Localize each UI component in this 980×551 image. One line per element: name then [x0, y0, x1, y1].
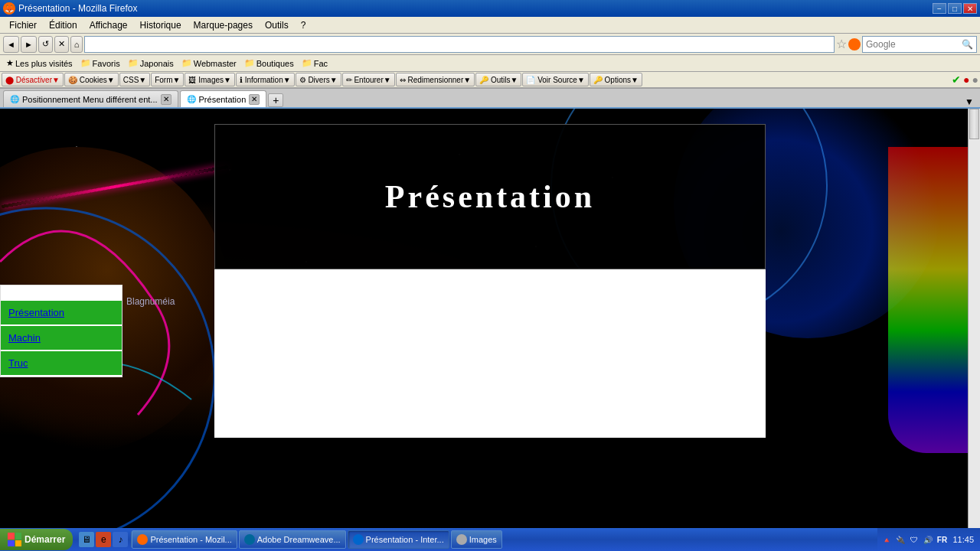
taskbar-item-internet-explorer[interactable]: Présentation - Inter... [348, 530, 449, 533]
tab-label-1: Positionnement Menu différent ent... [22, 95, 158, 104]
bookmark-les-plus-visites[interactable]: ★ Les plus visités [3, 58, 76, 68]
bg-rainbow [888, 147, 980, 453]
quick-media-icon[interactable]: ♪ [113, 532, 128, 533]
tab-bar: 🌐 Positionnement Menu différent ent... ✕… [0, 89, 980, 109]
content-area: Présentation Présentation Machin Truc Bl… [0, 109, 980, 533]
tab-close-2[interactable]: ✕ [249, 94, 260, 105]
folder-icon-3: 📁 [181, 58, 192, 68]
menu-help[interactable]: ? [295, 18, 312, 32]
quick-ie-icon[interactable]: e [96, 532, 111, 533]
devbar-redimensionner[interactable]: ⇔ Redimensionner▼ [396, 73, 475, 86]
tab-positioning[interactable]: 🌐 Positionnement Menu différent ent... ✕ [3, 90, 178, 107]
forward-button[interactable]: ► [21, 36, 37, 53]
google-icon [848, 38, 861, 51]
minimize-button[interactable]: − [933, 3, 946, 14]
search-box[interactable]: 🔍 [862, 36, 977, 53]
quick-launch: 🖥 e ♪ [76, 532, 132, 533]
blagnum-text: Blagnuméia [126, 296, 175, 307]
title-bar-left: 🦊 Présentation - Mozilla Firefox [3, 2, 137, 15]
devbar-outils[interactable]: 🔑 Outils▼ [475, 73, 521, 86]
nav-menu-spacer [1, 285, 122, 301]
firefox-icon: 🦊 [3, 2, 15, 15]
search-icon[interactable]: 🔍 [962, 39, 973, 50]
devbar-voir-source[interactable]: 📄 Voir Source▼ [522, 73, 588, 86]
start-button[interactable]: Démarrer [0, 529, 73, 533]
page-header: Présentation [214, 124, 766, 269]
tab-bar-right: ▼ [962, 96, 977, 107]
bookmark-favoris[interactable]: 📁 Favoris [77, 58, 123, 68]
menu-marquepages[interactable]: Marque-pages [188, 18, 259, 32]
devbar-css[interactable]: CSS▼ [119, 73, 150, 86]
tab-favicon-2: 🌐 [187, 95, 196, 103]
bookmark-boutiques[interactable]: 📁 Boutiques [241, 58, 297, 68]
nav-menu-presentation[interactable]: Présentation [1, 301, 122, 326]
nav-menu: Présentation Machin Truc [0, 285, 122, 377]
address-bar[interactable]: file:///C:/Users/Geoffrey/Desktop/Sitepo… [84, 36, 835, 53]
nav-menu-truc[interactable]: Truc [1, 351, 122, 377]
menu-historique[interactable]: Historique [134, 18, 188, 32]
tab-favicon-1: 🌐 [10, 95, 19, 103]
folder-icon: 📁 [80, 58, 91, 68]
reload-button[interactable]: ↺ [38, 36, 53, 53]
back-button[interactable]: ◄ [3, 36, 19, 53]
folder-icon-2: 📁 [128, 58, 139, 68]
nav-bar: ◄ ► ↺ ✕ ⌂ file:///C:/Users/Geoffrey/Desk… [0, 34, 980, 55]
scrollbar[interactable] [968, 109, 980, 533]
stop-button[interactable]: ✕ [54, 36, 69, 53]
taskbar-items: Présentation - Mozil... Adobe Dreamweave… [132, 530, 877, 533]
menu-bar: Fichier Édition Affichage Historique Mar… [0, 17, 980, 34]
search-input[interactable] [866, 39, 962, 50]
taskbar: Démarrer 🖥 e ♪ Présentation - Mozil... A… [0, 528, 980, 533]
taskbar-right: 🔺 🔌 🛡 🔊 FR 11:45 [877, 528, 980, 533]
address-input[interactable]: file:///C:/Users/Geoffrey/Desktop/Sitepo… [88, 39, 831, 50]
devbar-options[interactable]: 🔑 Options▼ [590, 73, 642, 86]
taskbar-item-images[interactable]: Images [451, 530, 502, 533]
menu-edition[interactable]: Édition [43, 18, 83, 32]
tab-presentation[interactable]: 🌐 Présentation ✕ [180, 90, 267, 107]
maximize-button[interactable]: □ [948, 3, 962, 14]
page-title: Présentation [385, 178, 595, 215]
menu-outils[interactable]: Outils [259, 18, 295, 32]
devbar-cookies[interactable]: 🍪 Cookies▼ [64, 73, 119, 86]
page-content [214, 269, 766, 438]
page-wrapper: Présentation [214, 124, 766, 438]
bookmark-webmaster[interactable]: 📁 Webmaster [178, 58, 240, 68]
close-button[interactable]: ✕ [963, 3, 977, 14]
scrollbar-thumb[interactable] [969, 109, 979, 139]
dev-toolbar: ⬤ Désactiver▼ 🍪 Cookies▼ CSS▼ Form▼ 🖼 Im… [0, 72, 980, 89]
tab-close-1[interactable]: ✕ [161, 94, 172, 105]
bookmark-fac[interactable]: 📁 Fac [299, 58, 331, 68]
devbar-desactiver[interactable]: ⬤ Désactiver▼ [2, 73, 64, 86]
tab-list-icon[interactable]: ▼ [962, 96, 977, 107]
check-green-icon: ✔ [952, 73, 961, 86]
nav-menu-machin[interactable]: Machin [1, 326, 122, 351]
bookmarks-bar: ★ Les plus visités 📁 Favoris 📁 Japonais … [0, 55, 980, 72]
bookmark-star-icon[interactable]: ☆ [836, 37, 847, 51]
devbar-images[interactable]: 🖼 Images▼ [185, 73, 234, 86]
devbar-entourer[interactable]: ✏ Entourer▼ [342, 73, 395, 86]
quick-show-desktop[interactable]: 🖥 [79, 532, 94, 533]
star-icon: ★ [6, 58, 14, 68]
taskbar-item-dreamweaver[interactable]: Adobe Dreamweave... [239, 530, 346, 533]
devbar-form[interactable]: Form▼ [151, 73, 184, 86]
bookmark-japonais[interactable]: 📁 Japonais [125, 58, 177, 68]
title-bar: 🦊 Présentation - Mozilla Firefox − □ ✕ [0, 0, 980, 17]
devbar-divers[interactable]: ⚙ Divers▼ [296, 73, 341, 86]
menu-fichier[interactable]: Fichier [3, 18, 43, 32]
folder-icon-5: 📁 [302, 58, 312, 68]
title-bar-buttons: − □ ✕ [933, 3, 977, 14]
taskbar-item-firefox[interactable]: Présentation - Mozil... [132, 530, 237, 533]
menu-affichage[interactable]: Affichage [83, 18, 134, 32]
tab-label-2: Présentation [199, 95, 247, 104]
devbar-informations[interactable]: ℹ Information▼ [236, 73, 295, 86]
folder-icon-4: 📁 [244, 58, 255, 68]
window-title: Présentation - Mozilla Firefox [18, 3, 137, 14]
home-button[interactable]: ⌂ [70, 36, 83, 53]
check-gray-icon: ● [972, 73, 978, 86]
check-red-icon: ● [963, 73, 969, 86]
new-tab-button[interactable]: + [268, 93, 283, 107]
